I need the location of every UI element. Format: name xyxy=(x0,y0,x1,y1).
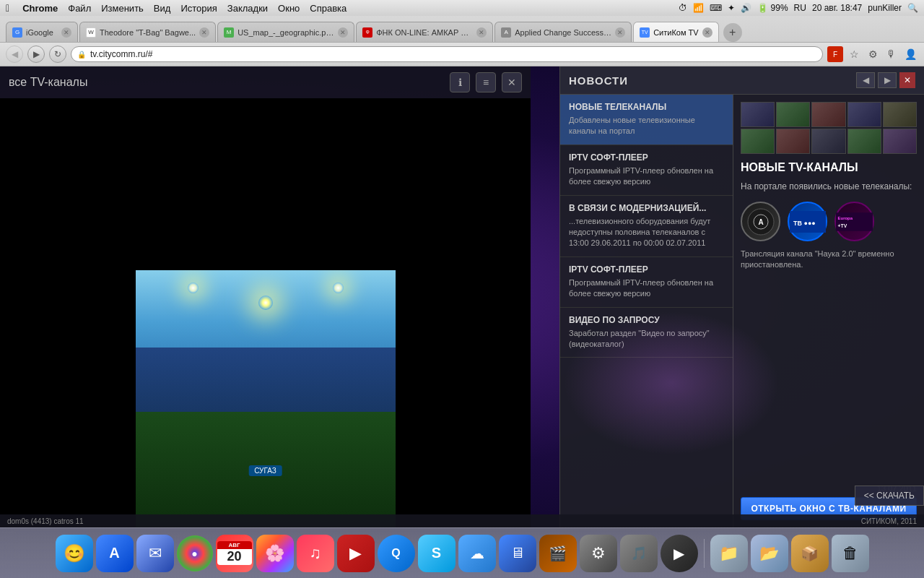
svg-rect-5 xyxy=(836,212,873,231)
dock-folder[interactable]: 📂 xyxy=(751,535,788,572)
dock-play[interactable]: ▶ xyxy=(661,535,698,572)
menu-window[interactable]: Окно xyxy=(278,3,300,14)
dock-finder[interactable]: 😊 xyxy=(56,535,93,572)
browser-chrome: G iGoogle ✕ W Theodore "T-Bag" Bagwe... … xyxy=(0,16,924,66)
news-item-2[interactable]: IPTV СОФТ-ПЛЕЕР Программный IPTV-плеер о… xyxy=(560,145,733,196)
menu-history[interactable]: История xyxy=(180,3,217,14)
svg-text:+TV: +TV xyxy=(838,223,847,228)
dock: 😊 A ✉ ● АВГ 20 🌸 ♫ ▶ Q S ☁ 🖥 🎬 ⚙ 🎵 ▶ xyxy=(0,527,924,578)
dock-system-prefs[interactable]: ⚙ xyxy=(580,535,617,572)
news-item-desc-2: Программный IPTV-плеер обновлен на более… xyxy=(569,165,724,188)
video-content: СУГАЗ xyxy=(136,270,396,527)
app-name[interactable]: Chrome xyxy=(22,3,58,14)
tab-label-igoogle: iGoogle xyxy=(26,28,58,37)
dock-imovie[interactable]: 🎬 xyxy=(539,535,577,572)
volume-icon: 🔋 99% xyxy=(757,3,788,13)
close-tab-igoogle[interactable]: ✕ xyxy=(61,27,71,38)
news-item-4[interactable]: IPTV СОФТ-ПЛЕЕР Программный IPTV-плеер о… xyxy=(560,257,733,308)
menu-help[interactable]: Справка xyxy=(310,3,346,14)
status-right: СИТИКОМ, 2011 xyxy=(861,517,917,525)
news-thumb-8 xyxy=(811,129,845,154)
desktop: все TV-каналы ℹ ≡ ✕ СУГАЗ НОВОСТИ ◀ xyxy=(0,66,924,527)
news-header: НОВОСТИ ◀ ▶ ✕ xyxy=(560,66,924,95)
close-tab-usmap[interactable]: ✕ xyxy=(338,27,348,38)
dock-skype[interactable]: S xyxy=(418,535,456,572)
dock-chrome[interactable]: ● xyxy=(177,535,213,571)
download-button[interactable]: << СКАЧАТЬ xyxy=(855,486,924,506)
dock-mail[interactable]: ✉ xyxy=(136,535,174,572)
news-item-5[interactable]: ВИДЕО ПО ЗАПРОСУ Заработал раздел "Видео… xyxy=(560,308,733,358)
person-icon[interactable]: 👤 xyxy=(902,46,918,62)
tab-bar: G iGoogle ✕ W Theodore "T-Bag" Bagwe... … xyxy=(0,16,924,42)
dock-icloud[interactable]: ☁ xyxy=(458,535,496,572)
dock-audio-midi[interactable]: 🎵 xyxy=(620,535,658,572)
doc-button[interactable]: ≡ xyxy=(476,72,496,92)
close-tab-tbag[interactable]: ✕ xyxy=(199,27,209,38)
dock-unarchiver[interactable]: 📦 xyxy=(791,535,829,572)
news-next-button[interactable]: ▶ xyxy=(878,72,897,88)
close-tab-sitycom[interactable]: ✕ xyxy=(702,27,712,38)
news-panel: НОВОСТИ ◀ ▶ ✕ НОВЫЕ ТЕЛЕКАНАЛЫ Добавлены… xyxy=(559,66,924,527)
spotlight-icon[interactable]: 🔍 xyxy=(907,3,918,13)
tab-usmap[interactable]: M US_map_-_geographic.pn... ✕ xyxy=(217,22,354,42)
stadium-light-center xyxy=(258,296,273,310)
dock-quicktime[interactable]: Q xyxy=(378,535,415,572)
dock-network[interactable]: 🖥 xyxy=(499,535,536,572)
dock-dvd[interactable]: ▶ xyxy=(337,535,375,572)
address-text[interactable]: tv.citycomm.ru/# xyxy=(90,49,816,59)
refresh-button[interactable]: ↻ xyxy=(49,46,66,63)
menu-edit[interactable]: Изменить xyxy=(101,3,144,14)
channel-logos: A ТВ ●●● Europa + xyxy=(741,202,917,241)
microphone-icon[interactable]: 🎙 xyxy=(884,46,899,62)
news-close-button[interactable]: ✕ xyxy=(899,72,915,88)
app-title: все TV-каналы xyxy=(9,76,444,89)
back-button[interactable]: ◀ xyxy=(6,46,23,63)
close-button[interactable]: ✕ xyxy=(502,72,522,92)
forward-button[interactable]: ▶ xyxy=(27,46,45,63)
tab-tbag[interactable]: W Theodore "T-Bag" Bagwe... ✕ xyxy=(79,22,216,42)
dock-calendar[interactable]: АВГ 20 xyxy=(216,535,253,572)
svg-text:ТВ ●●●: ТВ ●●● xyxy=(793,220,816,227)
address-bar[interactable]: 🔒 tv.citycomm.ru/# xyxy=(71,46,823,62)
news-thumb-5 xyxy=(883,102,917,127)
tab-applied[interactable]: A Applied Change Successfu... ✕ xyxy=(494,22,632,42)
dock-itunes[interactable]: ♫ xyxy=(297,535,334,572)
dock-photos[interactable]: 🌸 xyxy=(256,535,294,572)
news-item-3[interactable]: В СВЯЗИ С МОДЕРНИЗАЦИЕЙ... ...телевизион… xyxy=(560,196,733,257)
news-list: НОВЫЕ ТЕЛЕКАНАЛЫ Добавлены новые телевиз… xyxy=(560,95,733,527)
wifi-icon: 📶 xyxy=(693,3,704,13)
news-item-desc-3: ...телевизионного оборудования будут нед… xyxy=(569,216,724,249)
menu-bar-right: ⏱ 📶 ⌨ ✦ 🔊 🔋 99% RU 20 авг. 18:47 punKill… xyxy=(679,3,918,13)
menu-view[interactable]: Вид xyxy=(154,3,171,14)
bookmark-star-icon[interactable]: ☆ xyxy=(846,46,862,62)
flash-icon: F xyxy=(827,46,843,62)
channel-logo-europa: Europa +TV xyxy=(834,202,874,241)
dock-appstore[interactable]: A xyxy=(96,535,134,572)
close-tab-fnk[interactable]: ✕ xyxy=(476,27,487,38)
news-thumb-10 xyxy=(883,129,917,154)
video-area[interactable]: СУГАЗ xyxy=(0,98,531,527)
wrench-icon[interactable]: ⚙ xyxy=(865,46,881,62)
svg-text:Europa: Europa xyxy=(838,216,853,220)
language-indicator[interactable]: RU xyxy=(794,3,806,13)
dock-trash[interactable]: 🗑 xyxy=(832,535,869,572)
tab-sitycom[interactable]: TV СитиКом TV ✕ xyxy=(633,22,718,42)
menu-bookmarks[interactable]: Закладки xyxy=(227,3,268,14)
news-thumb-grid xyxy=(741,102,917,154)
news-detail: НОВЫЕ TV-КАНАЛЫ На портале появились нов… xyxy=(733,95,924,527)
news-thumb-9 xyxy=(847,129,881,154)
menu-file[interactable]: Файл xyxy=(68,3,91,14)
apple-menu[interactable]:  xyxy=(6,2,9,14)
news-item-1[interactable]: НОВЫЕ ТЕЛЕКАНАЛЫ Добавлены новые телевиз… xyxy=(560,95,733,145)
dock-filebrowser[interactable]: 📁 xyxy=(710,535,748,572)
new-tab-button[interactable]: + xyxy=(723,23,742,42)
info-button[interactable]: ℹ xyxy=(450,72,470,92)
close-tab-applied[interactable]: ✕ xyxy=(615,27,625,38)
favicon-fnk: Ф xyxy=(362,27,372,38)
tab-igoogle[interactable]: G iGoogle ✕ xyxy=(6,22,78,42)
favicon-applied: A xyxy=(501,27,511,38)
news-thumb-3 xyxy=(811,102,845,127)
news-item-desc-1: Добавлены новые телевизионные каналы на … xyxy=(569,115,724,137)
news-prev-button[interactable]: ◀ xyxy=(856,72,875,88)
tab-fnk[interactable]: Ф ФНК ON-LINE: АМКАР – Р... ✕ xyxy=(356,22,493,42)
